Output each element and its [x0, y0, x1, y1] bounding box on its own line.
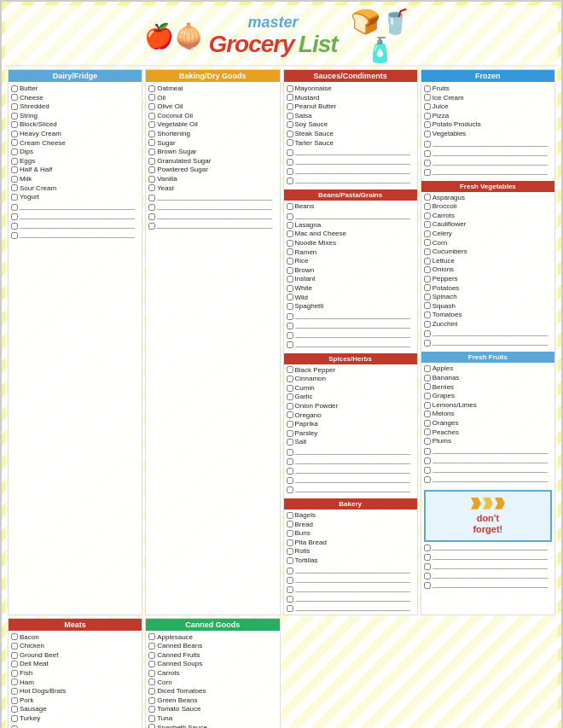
checkbox[interactable]: [148, 213, 155, 220]
checkbox[interactable]: [424, 438, 431, 445]
checkbox[interactable]: [287, 121, 293, 128]
checkbox[interactable]: [148, 94, 155, 101]
checkbox[interactable]: [424, 375, 431, 381]
checkbox[interactable]: [11, 176, 18, 183]
checkbox[interactable]: [11, 670, 18, 677]
checkbox[interactable]: [287, 403, 293, 410]
checkbox[interactable]: [148, 113, 155, 119]
checkbox[interactable]: [287, 240, 293, 247]
checkbox[interactable]: [424, 239, 431, 246]
checkbox[interactable]: [148, 176, 155, 183]
checkbox[interactable]: [424, 321, 431, 328]
checkbox[interactable]: [148, 724, 155, 728]
checkbox[interactable]: [11, 204, 18, 211]
checkbox[interactable]: [11, 166, 18, 173]
checkbox[interactable]: [287, 385, 293, 392]
checkbox[interactable]: [148, 158, 155, 165]
checkbox[interactable]: [287, 103, 293, 110]
checkbox[interactable]: [11, 725, 18, 728]
checkbox[interactable]: [287, 323, 293, 329]
checkbox[interactable]: [11, 158, 18, 165]
checkbox[interactable]: [11, 232, 18, 239]
checkbox[interactable]: [424, 467, 431, 474]
checkbox[interactable]: [11, 715, 18, 722]
checkbox[interactable]: [424, 230, 431, 237]
checkbox[interactable]: [287, 366, 293, 373]
checkbox[interactable]: [424, 554, 431, 561]
checkbox[interactable]: [287, 248, 293, 255]
checkbox[interactable]: [424, 312, 431, 318]
checkbox[interactable]: [148, 149, 155, 155]
checkbox[interactable]: [424, 402, 431, 409]
checkbox[interactable]: [148, 715, 155, 722]
checkbox[interactable]: [148, 223, 155, 230]
checkbox[interactable]: [11, 633, 18, 640]
checkbox[interactable]: [424, 160, 431, 166]
checkbox[interactable]: [424, 582, 431, 589]
checkbox[interactable]: [11, 643, 18, 649]
checkbox[interactable]: [424, 248, 431, 255]
checkbox[interactable]: [287, 486, 293, 493]
checkbox[interactable]: [11, 213, 18, 220]
checkbox[interactable]: [148, 131, 155, 137]
checkbox[interactable]: [11, 94, 18, 101]
checkbox[interactable]: [11, 223, 18, 230]
checkbox[interactable]: [287, 449, 293, 456]
checkbox[interactable]: [148, 103, 155, 110]
checkbox[interactable]: [424, 340, 431, 347]
checkbox[interactable]: [287, 276, 293, 282]
checkbox[interactable]: [287, 230, 293, 237]
checkbox[interactable]: [148, 184, 155, 191]
checkbox[interactable]: [424, 121, 431, 128]
checkbox[interactable]: [287, 596, 293, 603]
checkbox[interactable]: [287, 530, 293, 537]
checkbox[interactable]: [424, 448, 431, 455]
checkbox[interactable]: [148, 697, 155, 704]
checkbox[interactable]: [287, 267, 293, 274]
checkbox[interactable]: [287, 94, 293, 101]
checkbox[interactable]: [424, 563, 431, 570]
checkbox[interactable]: [287, 393, 293, 400]
checkbox[interactable]: [424, 302, 431, 309]
checkbox[interactable]: [287, 430, 293, 437]
checkbox[interactable]: [287, 341, 293, 348]
checkbox[interactable]: [11, 688, 18, 695]
checkbox[interactable]: [424, 420, 431, 427]
checkbox[interactable]: [11, 139, 18, 146]
checkbox[interactable]: [287, 294, 293, 300]
checkbox[interactable]: [424, 169, 431, 176]
checkbox[interactable]: [424, 213, 431, 219]
checkbox[interactable]: [148, 121, 155, 128]
checkbox[interactable]: [11, 194, 18, 201]
checkbox[interactable]: [424, 428, 431, 435]
checkbox[interactable]: [287, 605, 293, 612]
checkbox[interactable]: [11, 103, 18, 110]
checkbox[interactable]: [148, 195, 155, 201]
checkbox[interactable]: [148, 706, 155, 713]
checkbox[interactable]: [148, 661, 155, 667]
checkbox[interactable]: [11, 184, 18, 191]
checkbox[interactable]: [287, 468, 293, 475]
checkbox[interactable]: [287, 521, 293, 527]
checkbox[interactable]: [287, 131, 293, 137]
checkbox[interactable]: [424, 194, 431, 201]
checkbox[interactable]: [11, 706, 18, 713]
checkbox[interactable]: [287, 168, 293, 175]
checkbox[interactable]: [148, 652, 155, 659]
checkbox[interactable]: [148, 633, 155, 640]
checkbox[interactable]: [287, 178, 293, 184]
checkbox[interactable]: [148, 670, 155, 677]
checkbox[interactable]: [287, 439, 293, 446]
checkbox[interactable]: [287, 113, 293, 119]
checkbox[interactable]: [287, 203, 293, 210]
checkbox[interactable]: [424, 221, 431, 228]
checkbox[interactable]: [148, 166, 155, 173]
checkbox[interactable]: [424, 203, 431, 210]
checkbox[interactable]: [424, 330, 431, 337]
checkbox[interactable]: [424, 94, 431, 101]
checkbox[interactable]: [11, 85, 18, 92]
checkbox[interactable]: [287, 548, 293, 555]
checkbox[interactable]: [11, 149, 18, 155]
checkbox[interactable]: [287, 458, 293, 465]
checkbox[interactable]: [287, 411, 293, 418]
